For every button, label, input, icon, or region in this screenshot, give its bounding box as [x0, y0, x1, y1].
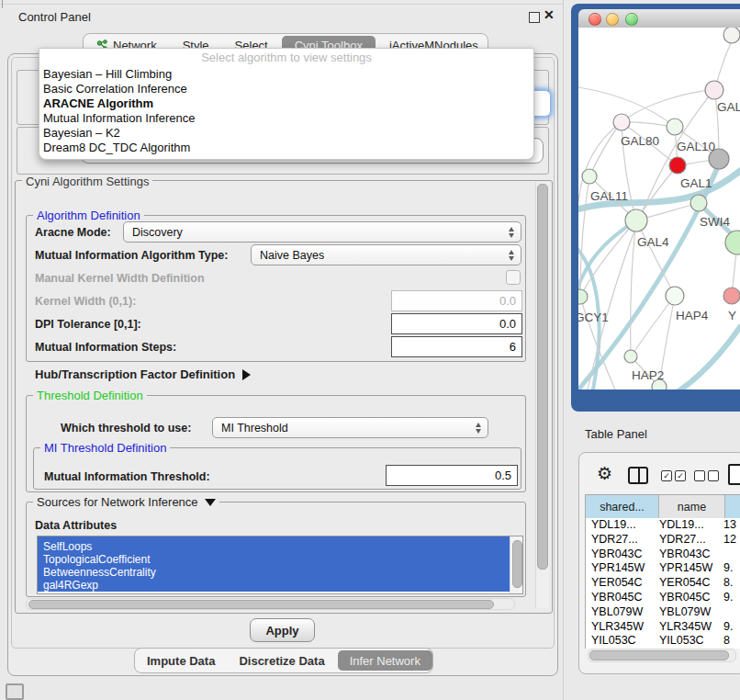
tab-discretize-data[interactable]: Discretize Data	[227, 649, 336, 672]
network-node[interactable]	[669, 157, 686, 174]
network-edge[interactable]	[631, 296, 675, 356]
table-row[interactable]: YIL053CYIL053C8	[586, 634, 740, 649]
table-header-row: shared... name	[585, 494, 740, 519]
table-row[interactable]: YDR27...YDR27...12	[586, 533, 740, 548]
network-edge[interactable]	[622, 90, 714, 122]
settings-scrollbar-track[interactable]	[535, 182, 549, 608]
threshold-definition-title: Threshold Definition	[33, 389, 147, 402]
tab-impute-data-label: Impute Data	[147, 654, 215, 668]
table-cell: YIL053C	[659, 634, 723, 649]
attribute-item[interactable]: TopologicalCoefficient	[38, 553, 510, 566]
tab-impute-data[interactable]: Impute Data	[135, 649, 227, 672]
network-node[interactable]	[667, 119, 683, 135]
minimize-traffic-light-icon[interactable]	[606, 13, 619, 26]
table-panel-title: Table Panel	[585, 427, 647, 441]
hub-definition-toggle[interactable]: Hub/Transcription Factor Definition	[35, 367, 251, 381]
network-node[interactable]	[666, 287, 684, 305]
network-window-titlebar[interactable]	[578, 9, 740, 28]
tab-infer-network[interactable]: Infer Network	[338, 650, 432, 671]
settings-hscrollbar-thumb[interactable]	[28, 600, 494, 609]
aracne-mode-combobox[interactable]: Discovery	[123, 221, 521, 243]
mi-algorithm-type-combobox[interactable]: Naive Bayes	[251, 244, 521, 265]
network-node[interactable]	[625, 209, 647, 231]
apply-button[interactable]: Apply	[250, 618, 315, 642]
table-row[interactable]: YPR145WYPR145W9.	[586, 561, 740, 576]
algorithm-option[interactable]: Basic Correlation Inference	[39, 82, 533, 96]
close-icon[interactable]: ✕	[544, 7, 555, 22]
table-row[interactable]: YBR043CYBR043C	[586, 548, 740, 562]
table-row[interactable]: YDL19...YDL19...13	[586, 518, 740, 533]
attributes-scrollbar-thumb[interactable]	[512, 540, 522, 588]
table-body: YDL19...YDL19...13YDR27...YDR27...12YBR0…	[585, 518, 740, 649]
mi-algorithm-type-label: Mutual Information Algorithm Type:	[35, 249, 228, 262]
panel-splitter[interactable]	[563, 0, 564, 700]
attribute-item[interactable]: SelfLoops	[38, 540, 510, 553]
network-edge[interactable]	[589, 122, 622, 176]
which-threshold-combobox[interactable]: MI Threshold	[212, 417, 488, 438]
attributes-scrollbar-track[interactable]	[510, 536, 522, 593]
table-cell: 12	[723, 533, 740, 548]
network-edge[interactable]	[580, 220, 636, 297]
table-cell: YDL19...	[659, 518, 723, 533]
new-table-icon[interactable]	[728, 464, 740, 485]
network-node-label: HAP2	[632, 368, 664, 382]
table-row[interactable]: YBL079WYBL079W	[586, 605, 740, 620]
select-all-icon[interactable]: ✓✓	[661, 470, 686, 481]
network-node[interactable]	[723, 288, 740, 304]
algorithm-option[interactable]: Mutual Information Inference	[39, 111, 533, 126]
deselect-all-icon[interactable]	[694, 470, 719, 481]
network-node[interactable]	[690, 195, 707, 211]
network-node[interactable]	[613, 114, 630, 130]
manual-kernel-checkbox[interactable]	[506, 270, 521, 285]
network-node[interactable]	[725, 231, 740, 254]
table-cell: YBR045C	[659, 591, 723, 605]
gear-icon[interactable]: ⚙	[597, 463, 612, 484]
mi-algorithm-type-value: Naive Bayes	[260, 249, 324, 262]
algorithm-option[interactable]: ARACNE Algorithm	[39, 96, 533, 111]
algorithm-option[interactable]: Bayesian – K2	[39, 126, 533, 141]
column-header-shared[interactable]: shared...	[586, 495, 659, 519]
table-row[interactable]: YER054CYER054C8.	[586, 576, 740, 591]
floating-palette-icon[interactable]	[6, 683, 24, 700]
network-view-canvas[interactable]: GALGAL80GAL10GAL1GAL11SWI4GAL4GCY1HAP4YH…	[578, 28, 740, 390]
table-cell: YDR27...	[659, 533, 723, 548]
table-cell: 9.	[723, 591, 740, 605]
table-cell: YBR045C	[586, 591, 659, 605]
table-cell: 9.	[723, 561, 740, 576]
table-cell: YBR043C	[659, 548, 723, 562]
network-node[interactable]	[624, 350, 637, 363]
network-node[interactable]	[582, 169, 597, 184]
network-node[interactable]	[705, 81, 723, 99]
attribute-item[interactable]: gal4RGexp	[38, 579, 510, 592]
network-edge-thick[interactable]	[676, 327, 740, 390]
algorithm-option[interactable]: Dream8 DC_TDC Algorithm	[39, 141, 533, 155]
algorithm-option[interactable]: Bayesian – Hill Climbing	[39, 67, 533, 82]
network-node[interactable]	[578, 289, 588, 304]
sources-toggle[interactable]: Sources for Network Inference	[33, 495, 219, 509]
network-node[interactable]	[723, 28, 740, 43]
mi-threshold-input[interactable]: 0.5	[386, 465, 518, 486]
dpi-tolerance-input[interactable]: 0.0	[391, 313, 522, 334]
table-row[interactable]: YBR045CYBR045C9.	[586, 591, 740, 605]
column-header-name[interactable]: name	[659, 495, 725, 519]
table-cell: 8.	[723, 576, 740, 591]
table-hscrollbar-track[interactable]	[588, 649, 736, 662]
float-window-icon[interactable]	[529, 12, 540, 23]
settings-hscrollbar-track[interactable]	[26, 598, 515, 610]
table-row[interactable]: YLR345WYLR345W9.	[586, 620, 740, 635]
attribute-item[interactable]: BetweennessCentrality	[38, 566, 510, 579]
table-cell: 13	[723, 518, 740, 533]
table-cell: 9.	[723, 620, 740, 635]
close-traffic-light-icon[interactable]	[589, 13, 601, 26]
split-columns-icon[interactable]	[628, 467, 648, 484]
table-cell: YLR345W	[586, 620, 659, 635]
zoom-traffic-light-icon[interactable]	[625, 13, 638, 26]
manual-kernel-label: Manual Kernel Width Definition	[35, 272, 205, 285]
mi-steps-input[interactable]: 6	[391, 336, 522, 357]
table-hscrollbar-thumb[interactable]	[589, 650, 729, 660]
settings-scrollbar-thumb[interactable]	[537, 184, 548, 570]
tab-discretize-data-label: Discretize Data	[239, 654, 324, 668]
kernel-width-input[interactable]: 0.0	[391, 290, 522, 311]
which-threshold-label: Which threshold to use:	[61, 422, 191, 435]
column-header-partial[interactable]	[725, 495, 740, 519]
